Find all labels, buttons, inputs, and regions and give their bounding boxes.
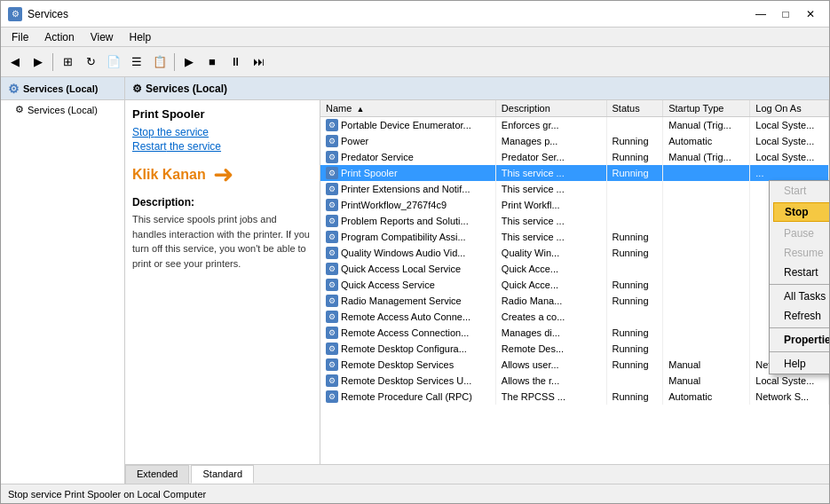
service-status: Running — [606, 389, 663, 405]
menu-bar: File Action View Help — [1, 28, 829, 47]
col-description[interactable]: Description — [495, 100, 606, 117]
col-status[interactable]: Status — [606, 100, 663, 117]
service-status: Running — [606, 277, 663, 293]
service-display-name: Print Spooler — [132, 107, 312, 121]
service-icon: ⚙ — [326, 295, 338, 307]
ctx-help[interactable]: Help — [770, 354, 829, 374]
ctx-refresh[interactable]: Refresh — [770, 306, 829, 326]
table-row[interactable]: ⚙Remote Desktop Configura...Remote Des..… — [320, 341, 829, 357]
table-row[interactable]: ⚙Quick Access Local ServiceQuick Acce... — [320, 261, 829, 277]
ctx-stop[interactable]: Stop — [773, 202, 829, 222]
table-row[interactable]: ⚙Quick Access ServiceQuick Acce...Runnin… — [320, 277, 829, 293]
table-row[interactable]: ⚙Portable Device Enumerator...Enforces g… — [320, 117, 829, 134]
table-row[interactable]: ⚙Remote Procedure Call (RPC)The RPCSS ..… — [320, 389, 829, 405]
ctx-pause[interactable]: Pause — [770, 224, 829, 243]
restart-toolbar-button[interactable]: ⏭ — [248, 51, 269, 73]
service-name: Radio Management Service — [341, 295, 462, 306]
service-logon: Local Syste... — [750, 133, 829, 149]
service-name: Quick Access Service — [341, 280, 435, 290]
ctx-restart[interactable]: Restart — [770, 263, 829, 282]
service-startup: Automatic — [663, 133, 750, 149]
service-icon: ⚙ — [326, 374, 338, 387]
console-button[interactable]: ⊞ — [57, 51, 78, 73]
service-status: Running — [606, 341, 663, 357]
stop-toolbar-button[interactable]: ■ — [202, 51, 223, 73]
desc-text: This service spools print jobs and handl… — [132, 212, 312, 271]
restart-service-link[interactable]: Restart the service — [132, 140, 312, 153]
service-status — [606, 213, 663, 229]
tab-extended[interactable]: Extended — [125, 465, 189, 484]
table-row[interactable]: ⚙Program Compatibility Assi...This servi… — [320, 229, 829, 245]
ctx-properties[interactable]: Properties — [770, 330, 829, 350]
service-name: Quick Access Local Service — [341, 264, 461, 274]
service-startup — [663, 277, 750, 293]
table-row[interactable]: ⚙Quality Windows Audio Vid...Quality Win… — [320, 245, 829, 261]
service-name: Quality Windows Audio Vid... — [341, 248, 465, 258]
minimize-button[interactable]: — — [749, 5, 772, 23]
close-button[interactable]: ✕ — [799, 5, 822, 23]
menu-help[interactable]: Help — [123, 29, 159, 45]
service-name: Predator Service — [341, 152, 414, 162]
menu-file[interactable]: File — [4, 29, 36, 45]
service-name: Program Compatibility Assi... — [341, 232, 466, 242]
table-row[interactable]: ⚙Problem Reports and Soluti...This servi… — [320, 213, 829, 229]
table-row[interactable]: ⚙PrintWorkflow_2767f4c9Print Workfl... — [320, 197, 829, 213]
sidebar: ⚙ Services (Local) ⚙ Services (Local) — [1, 77, 125, 484]
sidebar-header: ⚙ Services (Local) — [1, 77, 124, 100]
forward-button[interactable]: ▶ — [28, 51, 49, 73]
context-menu: Start Stop Pause Resume Restart All Task… — [769, 180, 829, 374]
menu-action[interactable]: Action — [37, 29, 81, 45]
play-button[interactable]: ▶ — [178, 51, 200, 73]
desc-title: Description: — [132, 196, 312, 209]
col-name[interactable]: Name ▲ — [320, 100, 495, 117]
service-startup: Manual — [663, 357, 750, 373]
properties-toolbar-button[interactable]: 📋 — [149, 51, 170, 73]
title-bar: ⚙ Services — □ ✕ — [1, 1, 829, 28]
service-logon: ... — [750, 165, 829, 181]
table-row[interactable]: ⚙Remote Desktop ServicesAllows user...Ru… — [320, 357, 829, 373]
maximize-button[interactable]: □ — [774, 5, 797, 23]
service-icon: ⚙ — [326, 135, 338, 147]
service-startup — [663, 309, 750, 325]
back-button[interactable]: ◀ — [4, 51, 26, 73]
service-name: Power — [341, 136, 368, 146]
service-icon: ⚙ — [326, 199, 338, 211]
table-row[interactable]: ⚙Remote Desktop Services U...Allows the … — [320, 373, 829, 389]
tab-standard[interactable]: Standard — [191, 465, 254, 484]
table-row[interactable]: ⚙Print SpoolerThis service ...Running... — [320, 165, 829, 181]
ctx-start[interactable]: Start — [770, 181, 829, 201]
service-name: Remote Desktop Configura... — [341, 343, 467, 354]
table-row[interactable]: ⚙Radio Management ServiceRadio Mana...Ru… — [320, 293, 829, 309]
ctx-all-tasks[interactable]: All Tasks › — [770, 287, 829, 306]
ctx-resume[interactable]: Resume — [770, 243, 829, 263]
service-desc: This service ... — [495, 181, 606, 197]
export-button[interactable]: 📄 — [103, 51, 124, 73]
pause-button[interactable]: ⏸ — [225, 51, 246, 73]
sidebar-item-local[interactable]: ⚙ Services (Local) — [1, 100, 124, 119]
table-row[interactable]: ⚙Remote Access Connection...Manages di..… — [320, 325, 829, 341]
col-startup[interactable]: Startup Type — [663, 100, 750, 117]
table-row[interactable]: ⚙Predator ServicePredator Ser...RunningM… — [320, 149, 829, 165]
refresh-toolbar-button[interactable]: ↻ — [80, 51, 101, 73]
filter-button[interactable]: ☰ — [126, 51, 147, 73]
menu-view[interactable]: View — [83, 29, 121, 45]
app-icon: ⚙ — [8, 7, 22, 21]
service-status — [606, 181, 663, 197]
service-name: Problem Reports and Soluti... — [341, 216, 469, 226]
content-header-label: Services (Local) — [146, 83, 227, 95]
service-logon: Network S... — [750, 389, 829, 405]
service-icon: ⚙ — [326, 151, 338, 163]
stop-link-text: Stop — [132, 126, 154, 138]
table-row[interactable]: ⚙PowerManages p...RunningAutomaticLocal … — [320, 133, 829, 149]
services-table: Name ▲ Description Status Startup Type L… — [320, 100, 829, 405]
toolbar: ◀ ▶ ⊞ ↻ 📄 ☰ 📋 ▶ ■ ⏸ ⏭ — [1, 47, 829, 77]
service-status: Running — [606, 165, 663, 181]
col-logon[interactable]: Log On As — [750, 100, 829, 117]
service-desc: Creates a co... — [495, 309, 606, 325]
table-row[interactable]: ⚙Remote Access Auto Conne...Creates a co… — [320, 309, 829, 325]
stop-service-link[interactable]: Stop the service — [132, 126, 312, 138]
services-table-container[interactable]: Name ▲ Description Status Startup Type L… — [320, 100, 829, 464]
table-row[interactable]: ⚙Printer Extensions and Notif...This ser… — [320, 181, 829, 197]
title-bar-left: ⚙ Services — [8, 7, 68, 21]
service-icon: ⚙ — [326, 358, 338, 371]
